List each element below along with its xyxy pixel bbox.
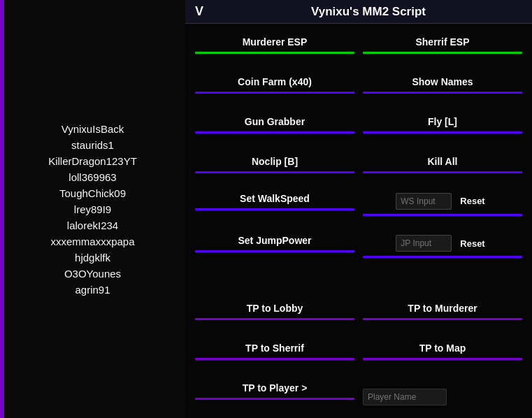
walkspeed-cell: Set WalkSpeed xyxy=(191,187,359,230)
walkspeed-label: Set WalkSpeed xyxy=(195,193,354,204)
script-title: Vynixu's MM2 Script xyxy=(215,5,522,19)
player-name-input-cell xyxy=(359,374,526,414)
fly-button[interactable]: Fly [L] xyxy=(363,110,522,130)
tp-lobby-cell: TP to Lobby xyxy=(191,294,359,334)
player-name: ToughChick09 xyxy=(59,187,126,199)
show-names-indicator xyxy=(363,92,522,94)
player-name: loll369963 xyxy=(69,171,116,183)
title-bar: V Vynixu's MM2 Script xyxy=(185,0,532,24)
sherrif-esp-button[interactable]: Sherrif ESP xyxy=(363,31,522,50)
fly-indicator xyxy=(363,131,522,134)
tp-murderer-button[interactable]: TP to Murderer xyxy=(363,297,522,317)
kill-all-cell: Kill All xyxy=(359,147,526,187)
walkspeed-indicator xyxy=(195,208,354,210)
coin-farm-cell: Coin Farm (x40) xyxy=(191,68,359,108)
gun-grabber-button[interactable]: Gun Grabber xyxy=(195,110,354,130)
tp-sherrif-cell: TP to Sherrif xyxy=(191,334,359,374)
noclip-button[interactable]: Noclip [B] xyxy=(195,150,354,170)
player-name: xxxemmaxxxpapa xyxy=(50,236,134,247)
player-name: lalorekI234 xyxy=(67,219,118,231)
fly-cell: Fly [L] xyxy=(359,108,526,147)
sherrif-esp-cell: Sherrif ESP xyxy=(359,28,526,68)
gun-grabber-cell: Gun Grabber xyxy=(191,108,359,147)
gun-grabber-indicator xyxy=(195,131,354,134)
jumppower-label: Set JumpPower xyxy=(195,235,354,246)
player-name: KillerDragon123YT xyxy=(48,155,137,167)
tp-sherrif-button[interactable]: TP to Sherrif xyxy=(195,337,354,356)
tp-murderer-cell: TP to Murderer xyxy=(359,294,526,334)
ws-input[interactable] xyxy=(396,193,452,210)
tp-lobby-button[interactable]: TP to Lobby xyxy=(195,297,354,317)
ws-input-cell: Reset xyxy=(359,187,526,230)
player-name-input[interactable] xyxy=(363,389,447,405)
jp-input[interactable] xyxy=(396,235,452,252)
player-name: staurids1 xyxy=(71,139,114,151)
tp-player-indicator xyxy=(195,398,354,400)
kill-all-button[interactable]: Kill All xyxy=(363,150,522,170)
show-names-cell: Show Names xyxy=(359,68,526,108)
tp-map-indicator xyxy=(363,358,522,360)
murderer-esp-cell: Murderer ESP xyxy=(191,28,359,68)
tp-sherrif-indicator xyxy=(195,358,354,360)
player-name: agrin91 xyxy=(75,284,110,296)
tp-player-cell: TP to Player > xyxy=(191,374,359,414)
tp-map-cell: TP to Map xyxy=(359,334,526,374)
player-name: hjdgklfk xyxy=(75,252,110,264)
coin-farm-button[interactable]: Coin Farm (x40) xyxy=(195,71,354,90)
coin-farm-indicator xyxy=(195,92,354,94)
ws-indicator xyxy=(363,214,522,216)
jumppower-cell: Set JumpPower xyxy=(191,229,359,272)
jp-reset-button[interactable]: Reset xyxy=(456,236,489,252)
tp-murderer-indicator xyxy=(363,318,522,320)
jp-indicator xyxy=(363,256,522,258)
noclip-indicator xyxy=(195,171,354,173)
buttons-grid: Murderer ESP Sherrif ESP Coin Farm (x40)… xyxy=(185,24,532,418)
jumppower-indicator xyxy=(195,250,354,252)
tp-lobby-indicator xyxy=(195,318,354,320)
noclip-cell: Noclip [B] xyxy=(191,147,359,187)
player-name: lrey89I9 xyxy=(74,203,111,215)
kill-all-indicator xyxy=(363,171,522,173)
jp-input-cell: Reset xyxy=(359,229,526,272)
sherrif-esp-indicator xyxy=(363,52,522,54)
spacer xyxy=(191,272,526,283)
tp-map-button[interactable]: TP to Map xyxy=(363,337,522,356)
show-names-button[interactable]: Show Names xyxy=(363,71,522,90)
player-list-panel: VynixuIsBack staurids1 KillerDragon123YT… xyxy=(0,0,185,418)
version-label: V xyxy=(195,4,203,19)
player-name: VynixuIsBack xyxy=(62,123,124,135)
murderer-esp-indicator xyxy=(195,52,354,54)
murderer-esp-button[interactable]: Murderer ESP xyxy=(195,31,354,50)
ws-reset-button[interactable]: Reset xyxy=(456,193,489,209)
tp-player-button[interactable]: TP to Player > xyxy=(195,377,354,396)
script-panel: V Vynixu's MM2 Script Murderer ESP Sherr… xyxy=(185,0,532,418)
player-name: O3OYounes xyxy=(64,268,121,280)
